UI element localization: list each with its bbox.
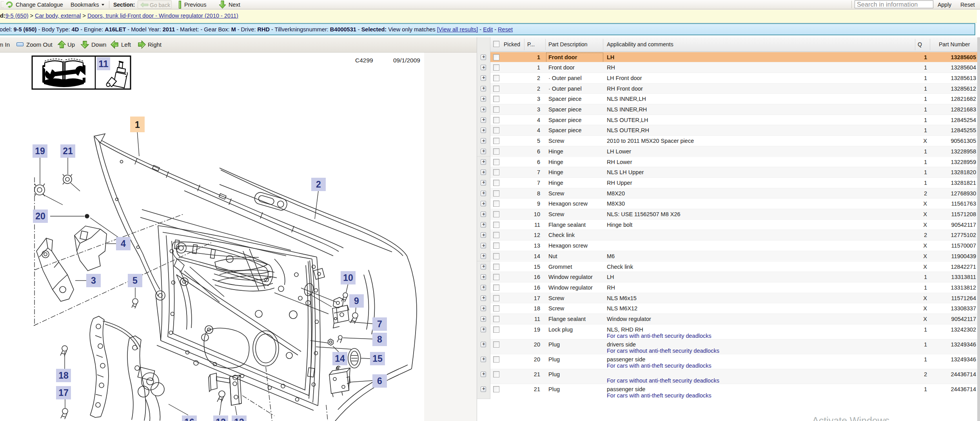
svg-text:16: 16 bbox=[184, 417, 194, 421]
svg-text:6: 6 bbox=[377, 376, 382, 386]
svg-text:3: 3 bbox=[91, 275, 96, 286]
svg-text:13: 13 bbox=[234, 417, 244, 421]
svg-text:18: 18 bbox=[58, 370, 69, 381]
svg-text:8: 8 bbox=[377, 334, 382, 344]
svg-text:C4299: C4299 bbox=[355, 57, 373, 64]
svg-text:21: 21 bbox=[63, 146, 73, 156]
svg-text:15: 15 bbox=[372, 354, 383, 364]
svg-text:7: 7 bbox=[377, 319, 382, 329]
svg-text:20: 20 bbox=[35, 211, 45, 221]
svg-text:4: 4 bbox=[121, 239, 126, 249]
svg-text:11: 11 bbox=[98, 58, 108, 69]
svg-text:10: 10 bbox=[343, 273, 353, 283]
svg-text:19: 19 bbox=[35, 146, 45, 156]
svg-text:14: 14 bbox=[335, 354, 345, 364]
svg-text:9: 9 bbox=[354, 296, 359, 306]
svg-text:12: 12 bbox=[216, 417, 226, 421]
svg-text:09/1/2009: 09/1/2009 bbox=[393, 57, 420, 64]
svg-text:5: 5 bbox=[132, 275, 138, 286]
svg-text:2: 2 bbox=[316, 179, 321, 190]
svg-text:1: 1 bbox=[135, 120, 140, 130]
svg-text:17: 17 bbox=[58, 388, 69, 398]
